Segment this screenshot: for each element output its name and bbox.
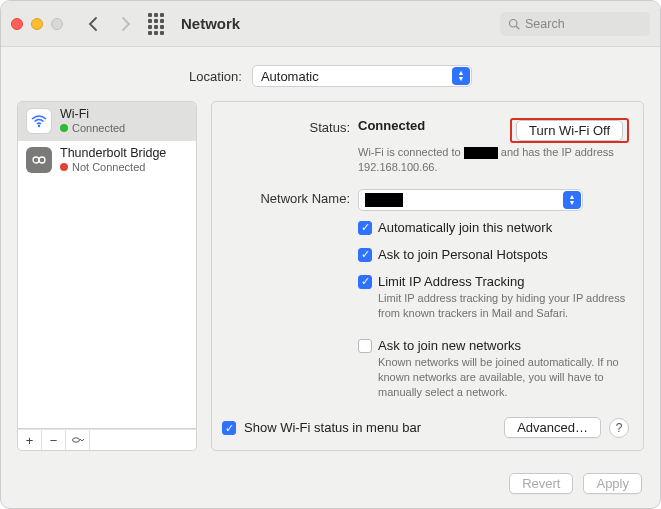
service-status: Not Connected: [60, 161, 166, 173]
turn-wifi-off-button[interactable]: Turn Wi-Fi Off: [516, 120, 623, 141]
network-preferences-window: Network Search Location: Automatic ▲▼ Wi: [0, 0, 661, 509]
sidebar-item-wifi[interactable]: Wi-Fi Connected: [18, 102, 196, 141]
limit-ip-checkbox-row: ✓ Limit IP Address Tracking Limit IP add…: [358, 271, 629, 324]
ask-new-checkbox-row: Ask to join new networks Known networks …: [358, 335, 629, 403]
show-status-label: Show Wi-Fi status in menu bar: [244, 420, 421, 435]
limit-ip-checkbox[interactable]: ✓: [358, 275, 372, 289]
revert-button[interactable]: Revert: [509, 473, 573, 494]
ask-new-checkbox[interactable]: [358, 339, 372, 353]
sidebar-item-thunderbolt-bridge[interactable]: Thunderbolt Bridge Not Connected: [18, 141, 196, 180]
status-row: Status: Connected Turn Wi-Fi Off Wi-Fi i…: [222, 118, 629, 175]
zoom-window-button: [51, 18, 63, 30]
location-select[interactable]: Automatic ▲▼: [252, 65, 472, 87]
status-dot-green: [60, 124, 68, 132]
stepper-icon: ▲▼: [563, 191, 581, 209]
turn-wifi-off-highlight: Turn Wi-Fi Off: [510, 118, 629, 143]
sidebar-footer: + −: [17, 429, 197, 451]
service-status: Connected: [60, 122, 125, 134]
service-name: Wi-Fi: [60, 108, 125, 122]
window-title: Network: [181, 15, 240, 32]
service-actions-menu[interactable]: [66, 430, 90, 450]
status-dot-red: [60, 163, 68, 171]
thunderbolt-bridge-icon: [26, 147, 52, 173]
svg-point-5: [72, 438, 79, 442]
svg-point-3: [33, 157, 39, 163]
stepper-icon: ▲▼: [452, 67, 470, 85]
wifi-icon: [26, 108, 52, 134]
apply-button[interactable]: Apply: [583, 473, 642, 494]
show-status-checkbox[interactable]: ✓: [222, 421, 236, 435]
advanced-button[interactable]: Advanced…: [504, 417, 601, 438]
auto-join-label: Automatically join this network: [378, 220, 552, 235]
search-input[interactable]: Search: [500, 12, 650, 36]
location-label: Location:: [189, 69, 242, 84]
search-icon: [508, 18, 520, 30]
add-service-button[interactable]: +: [18, 430, 42, 450]
bottom-button-row: Revert Apply: [1, 463, 660, 508]
main-footer: ✓ Show Wi-Fi status in menu bar Advanced…: [222, 409, 629, 438]
svg-line-1: [516, 26, 519, 29]
status-label: Status:: [222, 118, 358, 135]
show-all-button[interactable]: [145, 13, 167, 35]
main-panel: Status: Connected Turn Wi-Fi Off Wi-Fi i…: [211, 101, 644, 451]
personal-hotspots-label: Ask to join Personal Hotspots: [378, 247, 548, 262]
forward-button: [113, 12, 137, 36]
close-window-button[interactable]: [11, 18, 23, 30]
status-value: Connected: [358, 118, 425, 133]
svg-point-2: [38, 125, 40, 127]
remove-service-button[interactable]: −: [42, 430, 66, 450]
back-button[interactable]: [81, 12, 105, 36]
ask-new-description: Known networks will be joined automatica…: [378, 355, 629, 400]
services-sidebar: Wi-Fi Connected Thunderbolt Bridge Not C…: [17, 101, 197, 451]
auto-join-checkbox-row: ✓ Automatically join this network: [358, 217, 629, 238]
network-name-row: Network Name: ▲▼: [222, 189, 629, 211]
minimize-window-button[interactable]: [31, 18, 43, 30]
help-button[interactable]: ?: [609, 418, 629, 438]
limit-ip-label: Limit IP Address Tracking: [378, 274, 629, 289]
services-list: Wi-Fi Connected Thunderbolt Bridge Not C…: [17, 101, 197, 429]
service-name: Thunderbolt Bridge: [60, 147, 166, 161]
location-row: Location: Automatic ▲▼: [1, 47, 660, 101]
auto-join-checkbox[interactable]: ✓: [358, 221, 372, 235]
location-value: Automatic: [261, 69, 319, 84]
personal-hotspots-checkbox-row: ✓ Ask to join Personal Hotspots: [358, 244, 629, 265]
svg-point-4: [39, 157, 45, 163]
search-placeholder: Search: [525, 17, 565, 31]
redacted-network-name: [365, 193, 403, 207]
content-area: Wi-Fi Connected Thunderbolt Bridge Not C…: [1, 101, 660, 463]
personal-hotspots-checkbox[interactable]: ✓: [358, 248, 372, 262]
svg-point-0: [510, 19, 518, 27]
network-name-label: Network Name:: [222, 189, 358, 211]
redacted-ssid: [464, 147, 498, 159]
limit-ip-description: Limit IP address tracking by hiding your…: [378, 291, 629, 321]
network-name-select[interactable]: ▲▼: [358, 189, 583, 211]
window-controls: [11, 18, 63, 30]
status-detail: Wi-Fi is connected to and has the IP add…: [358, 145, 618, 175]
ask-new-label: Ask to join new networks: [378, 338, 629, 353]
titlebar: Network Search: [1, 1, 660, 47]
